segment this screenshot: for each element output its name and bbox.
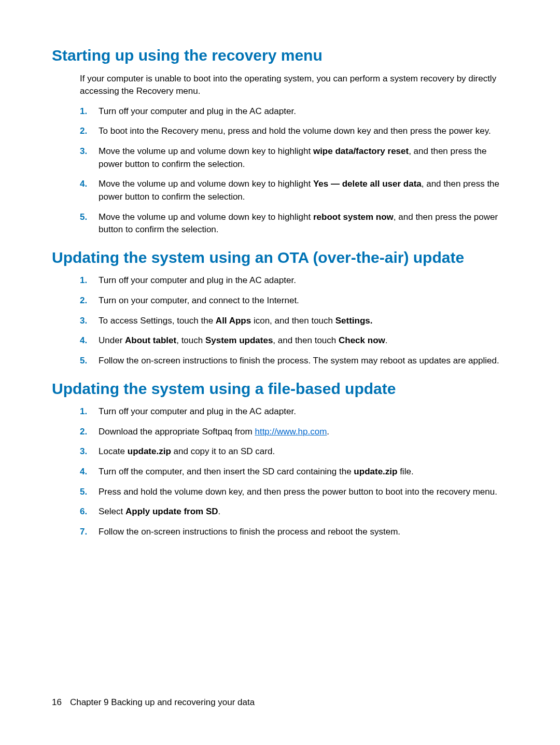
step-number: 1.: [80, 105, 87, 118]
list-item: 4. Turn off the computer, and then inser…: [80, 466, 508, 479]
list-item: 5. Follow the on-screen instructions to …: [80, 355, 508, 368]
step-text: Move the volume up and volume down key t…: [99, 212, 313, 222]
step-bold: reboot system now: [313, 212, 394, 222]
step-text: .: [327, 427, 329, 437]
list-item: 3. Move the volume up and volume down ke…: [80, 145, 508, 171]
list-item: 5. Move the volume up and volume down ke…: [80, 211, 508, 236]
step-text: Follow the on-screen instructions to fin…: [99, 527, 400, 537]
step-text: Select: [99, 507, 125, 516]
list-item: 1. Turn off your computer and plug in th…: [80, 405, 508, 418]
chapter-label: Chapter 9 Backing up and recovering your…: [70, 697, 255, 707]
step-number: 3.: [80, 445, 87, 458]
step-bold: update.zip: [354, 467, 397, 476]
step-text: Turn off the computer, and then insert t…: [99, 467, 354, 476]
step-text: Follow the on-screen instructions to fin…: [99, 356, 499, 366]
heading-recovery-menu: Starting up using the recovery menu: [52, 46, 508, 65]
list-item: 2. Turn on your computer, and connect to…: [80, 294, 508, 307]
list-item: 4. Under About tablet, touch System upda…: [80, 334, 508, 347]
step-bold: update.zip: [128, 446, 171, 456]
step-text: .: [218, 507, 221, 516]
steps-list-3: 1. Turn off your computer and plug in th…: [80, 405, 508, 538]
step-bold: Apply update from SD: [125, 507, 218, 516]
step-text: , and then touch: [273, 335, 339, 345]
step-number: 3.: [80, 315, 87, 328]
step-text: Under: [99, 335, 125, 345]
step-bold: Yes — delete all user data: [313, 179, 422, 189]
intro-text: If your computer is unable to boot into …: [80, 73, 508, 98]
step-number: 4.: [80, 178, 87, 191]
list-item: 1. Turn off your computer and plug in th…: [80, 105, 508, 118]
step-text: and copy it to an SD card.: [171, 446, 275, 456]
step-number: 1.: [80, 405, 87, 418]
step-text: Turn off your computer and plug in the A…: [99, 275, 296, 285]
step-text: icon, and then touch: [251, 316, 335, 326]
step-bold: Settings.: [335, 316, 373, 326]
page-footer: 16Chapter 9 Backing up and recovering yo…: [52, 697, 255, 708]
step-text: Turn off your computer and plug in the A…: [99, 406, 296, 416]
list-item: 2. Download the appropriate Softpaq from…: [80, 426, 508, 439]
heading-ota-update: Updating the system using an OTA (over-t…: [52, 248, 508, 268]
step-text: .: [385, 335, 388, 345]
step-bold: Check now: [339, 335, 385, 345]
step-number: 1.: [80, 274, 87, 287]
page-number: 16: [52, 697, 62, 707]
list-item: 5. Press and hold the volume down key, a…: [80, 486, 508, 499]
step-number: 2.: [80, 125, 87, 138]
hp-link[interactable]: http://www.hp.com: [255, 427, 327, 437]
list-item: 2. To boot into the Recovery menu, press…: [80, 125, 508, 138]
step-number: 3.: [80, 145, 87, 158]
step-bold: All Apps: [216, 316, 251, 326]
step-number: 5.: [80, 211, 87, 224]
step-number: 2.: [80, 294, 87, 307]
list-item: 7. Follow the on-screen instructions to …: [80, 526, 508, 539]
step-text: Turn on your computer, and connect to th…: [99, 296, 299, 305]
step-bold: System updates: [205, 335, 273, 345]
list-item: 4. Move the volume up and volume down ke…: [80, 178, 508, 203]
step-text: Turn off your computer and plug in the A…: [99, 106, 296, 116]
step-text: Press and hold the volume down key, and …: [99, 487, 497, 497]
step-text: Download the appropriate Softpaq from: [99, 427, 255, 437]
step-text: Move the volume up and volume down key t…: [99, 146, 313, 156]
step-number: 6.: [80, 505, 87, 518]
list-item: 3. To access Settings, touch the All App…: [80, 315, 508, 328]
step-text: To boot into the Recovery menu, press an…: [99, 126, 491, 136]
steps-list-2: 1. Turn off your computer and plug in th…: [80, 274, 508, 367]
step-number: 4.: [80, 466, 87, 479]
steps-list-1: 1. Turn off your computer and plug in th…: [80, 105, 508, 236]
list-item: 3. Locate update.zip and copy it to an S…: [80, 445, 508, 458]
step-number: 5.: [80, 355, 87, 368]
step-text: Move the volume up and volume down key t…: [99, 179, 313, 189]
step-text: , touch: [176, 335, 205, 345]
step-number: 2.: [80, 426, 87, 439]
step-number: 5.: [80, 486, 87, 499]
step-number: 7.: [80, 526, 87, 539]
step-bold: About tablet: [125, 335, 176, 345]
step-text: Locate: [99, 446, 128, 456]
list-item: 1. Turn off your computer and plug in th…: [80, 274, 508, 287]
step-number: 4.: [80, 334, 87, 347]
step-text: file.: [397, 467, 413, 476]
list-item: 6. Select Apply update from SD.: [80, 505, 508, 518]
step-text: To access Settings, touch the: [99, 316, 216, 326]
step-bold: wipe data/factory reset: [313, 146, 409, 156]
heading-file-update: Updating the system using a file-based u…: [52, 379, 508, 399]
